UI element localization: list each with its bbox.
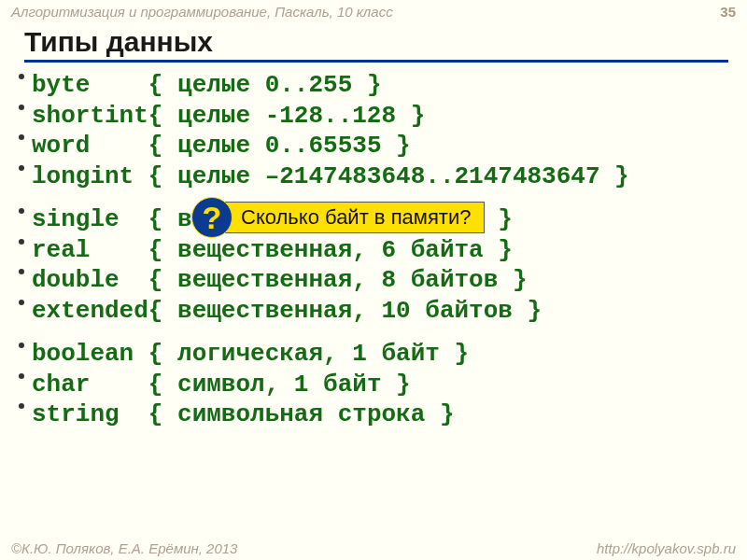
type-comment: { целые 0..65535 } <box>148 131 411 161</box>
bullet-icon <box>19 403 24 409</box>
type-comment: { целые 0..255 } <box>148 70 382 101</box>
bullet-icon <box>19 373 24 379</box>
slide-header: Алгоритмизация и программирование, Паска… <box>0 0 747 22</box>
type-keyword: longint <box>32 161 134 192</box>
question-callout: ? Сколько байт в памяти? <box>191 197 485 238</box>
type-comment: { целые -128..128 } <box>148 101 425 132</box>
type-keyword: extended <box>32 296 148 327</box>
page-number: 35 <box>720 4 736 20</box>
type-keyword: char <box>32 370 90 400</box>
bullet-icon <box>19 105 24 110</box>
bullet-icon <box>19 165 24 171</box>
type-comment: { символ, 1 байт } <box>148 370 411 400</box>
bullet-icon <box>19 269 24 274</box>
type-keyword: shortint <box>32 101 148 132</box>
type-row: string { символьная строка } <box>32 399 747 430</box>
type-comment: { логическая, 1 байт } <box>148 339 469 370</box>
type-row: char { символ, 1 байт } <box>32 370 747 400</box>
type-keyword: double <box>32 265 120 296</box>
bullet-icon <box>19 134 24 140</box>
footer-url: http://kpolyakov.spb.ru <box>597 540 736 556</box>
type-keyword: string <box>32 399 120 430</box>
page-title: Типы данных <box>24 26 728 63</box>
type-keyword: single <box>32 204 120 235</box>
type-row: shortint { целые -128..128 } <box>32 101 747 132</box>
question-mark-icon: ? <box>191 197 233 238</box>
type-row: boolean { логическая, 1 байт } <box>32 339 747 370</box>
type-keyword: boolean <box>32 339 134 370</box>
bullet-icon <box>19 74 24 79</box>
type-keyword: real <box>32 235 90 266</box>
type-comment: { целые –2147483648..2147483647 } <box>148 161 629 192</box>
bullet-icon <box>19 239 24 245</box>
type-comment: { символьная строка } <box>148 399 455 430</box>
type-comment: { вещественная, 8 байтов } <box>148 265 528 296</box>
content-area: byte { целые 0..255 } shortint { целые -… <box>0 63 747 430</box>
bullet-icon <box>19 208 24 214</box>
type-row: byte { целые 0..255 } <box>32 70 747 101</box>
type-row: real { вещественная, 6 байта } <box>32 235 747 266</box>
type-keyword: word <box>32 131 90 161</box>
course-title: Алгоритмизация и программирование, Паска… <box>11 4 393 20</box>
bullet-icon <box>19 343 24 348</box>
slide-footer: ©К.Ю. Поляков, Е.А. Ерёмин, 2013 http://… <box>0 540 747 556</box>
type-row: double { вещественная, 8 байтов } <box>32 265 747 296</box>
footer-copyright: ©К.Ю. Поляков, Е.А. Ерёмин, 2013 <box>11 540 237 556</box>
type-row: extended { вещественная, 10 байтов } <box>32 296 747 327</box>
bullet-icon <box>19 300 24 305</box>
type-row: longint { целые –2147483648..2147483647 … <box>32 161 747 192</box>
callout-text: Сколько байт в памяти? <box>221 202 485 233</box>
type-keyword: byte <box>32 70 90 101</box>
type-row: word { целые 0..65535 } <box>32 131 747 161</box>
type-comment: { вещественная, 6 байта } <box>148 235 513 266</box>
type-comment: { вещественная, 10 байтов } <box>148 296 542 327</box>
